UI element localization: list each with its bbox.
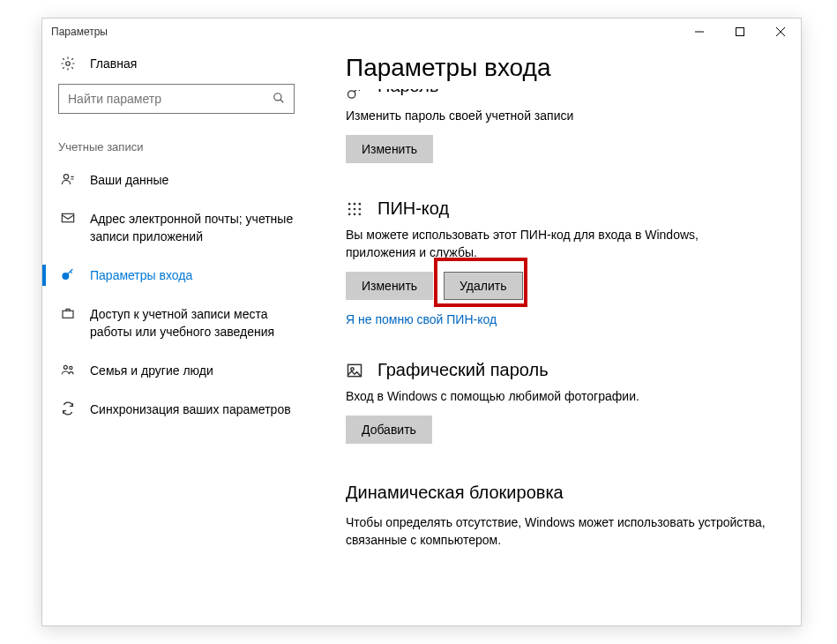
sidebar-item-signin-options[interactable]: Параметры входа bbox=[42, 256, 310, 295]
pin-desc: Вы можете использовать этот ПИН-код для … bbox=[346, 226, 767, 261]
window-title: Параметры bbox=[51, 26, 108, 38]
svg-point-18 bbox=[354, 207, 356, 210]
key-icon bbox=[346, 90, 369, 99]
close-button[interactable] bbox=[760, 19, 801, 45]
pin-forgot-link[interactable]: Я не помню свой ПИН-код bbox=[346, 312, 497, 326]
sidebar-item-label: Семья и другие люди bbox=[90, 362, 213, 379]
svg-point-21 bbox=[354, 213, 356, 215]
picture-header-text: Графический пароль bbox=[377, 360, 549, 380]
picture-add-button[interactable]: Добавить bbox=[346, 416, 432, 444]
svg-point-11 bbox=[64, 365, 67, 369]
svg-rect-1 bbox=[736, 28, 744, 36]
svg-line-6 bbox=[280, 99, 284, 102]
sidebar-item-label: Параметры входа bbox=[90, 266, 192, 284]
svg-point-20 bbox=[348, 213, 351, 215]
pin-header-text: ПИН-код bbox=[377, 198, 449, 219]
home-button[interactable]: Главная bbox=[42, 45, 310, 84]
svg-point-19 bbox=[359, 207, 362, 210]
password-section: Пароль Изменить пароль своей учетной зап… bbox=[346, 89, 767, 163]
svg-point-14 bbox=[348, 202, 351, 205]
password-change-button[interactable]: Изменить bbox=[346, 135, 433, 163]
svg-point-17 bbox=[348, 207, 351, 210]
titlebar: Параметры bbox=[42, 19, 801, 45]
gear-icon bbox=[58, 56, 78, 71]
password-desc: Изменить пароль своей учетной записи bbox=[346, 107, 767, 124]
svg-point-12 bbox=[70, 366, 72, 369]
sidebar-item-family[interactable]: Семья и другие люди bbox=[42, 351, 310, 390]
maximize-button[interactable] bbox=[720, 19, 760, 45]
sidebar-item-label: Синхронизация ваших параметров bbox=[90, 401, 291, 418]
pin-header: ПИН-код bbox=[346, 198, 767, 219]
people-icon bbox=[58, 363, 78, 377]
dynamic-lock-section: Динамическая блокировка Чтобы определять… bbox=[346, 483, 767, 549]
maximize-icon bbox=[736, 27, 744, 36]
sidebar-item-work-access[interactable]: Доступ к учетной записи места работы или… bbox=[42, 295, 310, 351]
sidebar-item-label: Доступ к учетной записи места работы или… bbox=[90, 305, 295, 341]
sidebar-item-sync[interactable]: Синхронизация ваших параметров bbox=[42, 390, 310, 429]
picture-desc: Вход в Windows с помощью любимой фотогра… bbox=[346, 387, 767, 405]
sync-icon bbox=[58, 401, 78, 416]
settings-window: Параметры Главная bbox=[41, 18, 802, 626]
picture-icon bbox=[346, 362, 369, 379]
pin-change-button[interactable]: Изменить bbox=[346, 272, 433, 300]
search-input[interactable] bbox=[68, 92, 273, 106]
pin-remove-button[interactable]: Удалить bbox=[444, 272, 522, 300]
pin-section: ПИН-код Вы можете использовать этот ПИН-… bbox=[346, 198, 767, 326]
home-label: Главная bbox=[90, 56, 137, 71]
password-header: Пароль bbox=[346, 89, 767, 100]
picture-password-section: Графический пароль Вход в Windows с помо… bbox=[346, 360, 767, 444]
svg-point-22 bbox=[359, 213, 362, 215]
dynamic-lock-desc: Чтобы определять отсутствие, Windows мож… bbox=[346, 513, 767, 549]
briefcase-icon bbox=[58, 306, 78, 320]
main-panel: Параметры входа Пароль Изменить пароль с… bbox=[319, 45, 801, 625]
svg-point-5 bbox=[274, 93, 281, 100]
sidebar-group-header: Учетные записи bbox=[42, 117, 310, 161]
minimize-button[interactable] bbox=[679, 19, 720, 45]
keypad-icon bbox=[346, 200, 369, 218]
svg-point-7 bbox=[64, 175, 68, 179]
svg-point-15 bbox=[354, 202, 356, 205]
sidebar-item-your-info[interactable]: Ваши данные bbox=[42, 161, 310, 199]
svg-point-24 bbox=[351, 367, 354, 370]
page-title: Параметры входа bbox=[346, 45, 767, 89]
sidebar-item-email[interactable]: Адрес электронной почты; учетные записи … bbox=[42, 199, 310, 256]
picture-header: Графический пароль bbox=[346, 360, 767, 380]
dynamic-lock-header: Динамическая блокировка bbox=[346, 483, 767, 503]
person-icon bbox=[58, 172, 78, 186]
svg-rect-10 bbox=[63, 311, 73, 318]
close-icon bbox=[776, 27, 785, 36]
svg-point-16 bbox=[359, 202, 362, 205]
sidebar-item-label: Адрес электронной почты; учетные записи … bbox=[90, 210, 295, 245]
search-box[interactable] bbox=[58, 84, 295, 114]
svg-rect-8 bbox=[62, 213, 73, 221]
sidebar-item-label: Ваши данные bbox=[90, 171, 168, 189]
key-icon bbox=[58, 267, 78, 281]
search-icon bbox=[273, 92, 285, 107]
sidebar: Главная Учетные записи Ваши данные А bbox=[42, 45, 319, 625]
minimize-icon bbox=[695, 27, 704, 36]
mail-icon bbox=[58, 211, 78, 225]
svg-point-4 bbox=[66, 62, 71, 66]
